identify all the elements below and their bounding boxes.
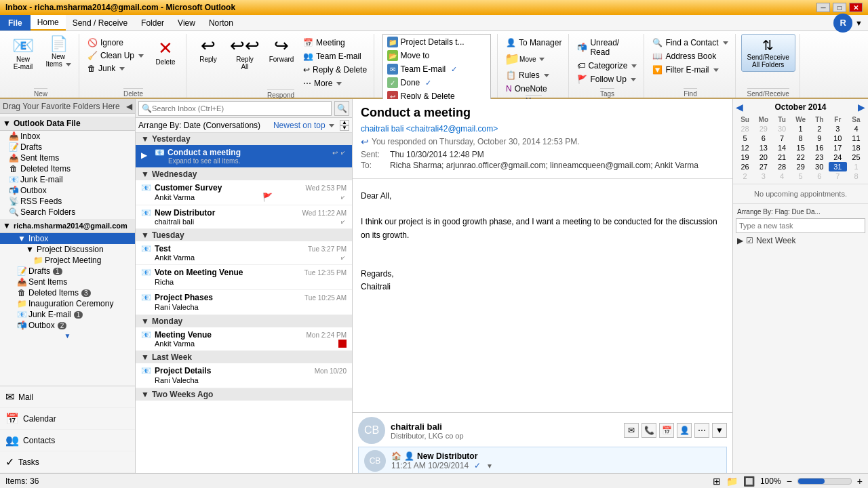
nav-tasks[interactable]: ✓ Tasks	[0, 451, 135, 473]
cal-day[interactable]: 8	[791, 134, 810, 143]
cal-day[interactable]: 10	[829, 134, 847, 143]
window-controls[interactable]: ─ □ ✕	[816, 3, 863, 12]
norton-menu[interactable]: Norton	[202, 15, 240, 30]
zoom-in[interactable]: +	[857, 476, 863, 487]
view-menu[interactable]: View	[171, 15, 202, 30]
message-item-customer-survey[interactable]: 📧 Customer Survey Wed 2:53 PM Ankit Varm…	[136, 180, 352, 205]
folder-drafts-1[interactable]: 📝 Drafts	[0, 142, 135, 152]
find-contact-button[interactable]: 🔍 Find a Contact	[650, 37, 730, 49]
cal-day[interactable]: 27	[754, 162, 772, 171]
status-icon-1[interactable]: ⊞	[713, 476, 721, 487]
delete-button[interactable]: ✕ Delete	[149, 37, 182, 68]
cal-day[interactable]: 20	[754, 152, 772, 162]
cal-day[interactable]: 6	[754, 134, 772, 143]
cal-day[interactable]: 12	[736, 143, 754, 152]
cal-day[interactable]: 3	[829, 124, 847, 134]
reply-button[interactable]: ↩ Reply	[192, 34, 224, 66]
cal-prev-btn[interactable]: ◀	[736, 102, 743, 113]
contact-phone-btn[interactable]: 📞	[642, 423, 656, 438]
folder-project-meeting[interactable]: 📁 Project Meeting	[0, 255, 135, 266]
contact-meeting-btn[interactable]: 📅	[659, 423, 674, 438]
cal-day[interactable]: 11	[847, 134, 865, 143]
close-button[interactable]: ✕	[849, 3, 863, 12]
folder-junk-gmail[interactable]: 📧 Junk E-mail 1	[0, 309, 135, 320]
contact-expand-btn[interactable]: ⋯	[694, 423, 709, 438]
forward-button[interactable]: ↪ Forward	[265, 34, 298, 66]
team-email-button[interactable]: 👥 Team E-mail	[300, 50, 370, 62]
to-manager-button[interactable]: 👤 To Manager	[503, 37, 564, 49]
message-scroll[interactable]: ▼ Yesterday ▶ 📧 Conduct a meeting ↩ 🗸 Ex…	[136, 133, 352, 473]
cal-day[interactable]: 14	[773, 143, 791, 152]
collapse-last-week[interactable]: ▼	[141, 352, 149, 362]
next-week-item[interactable]: ▶ ☑ Next Week	[736, 233, 865, 248]
cal-day[interactable]: 17	[829, 143, 847, 152]
cal-day[interactable]: 25	[847, 152, 865, 162]
collapse-monday[interactable]: ▼	[141, 317, 149, 326]
cal-day[interactable]: 5	[791, 171, 810, 181]
cal-next-btn[interactable]: ▶	[858, 102, 865, 113]
message-item-project-phases[interactable]: 📧 Project Phases Tue 10:25 AM Rani Valec…	[136, 290, 352, 315]
quick-step-team-email[interactable]: ✉ Team E-mail ✓	[384, 63, 489, 75]
cal-day[interactable]: 21	[773, 152, 791, 162]
folder-menu[interactable]: Folder	[134, 15, 171, 30]
meeting-button[interactable]: 📅 Meeting	[300, 37, 370, 49]
contact-email-btn[interactable]: ✉	[624, 423, 639, 438]
zoom-out[interactable]: −	[787, 476, 792, 487]
collapse-tuesday[interactable]: ▼	[141, 230, 149, 240]
folder-sent-gmail[interactable]: 📤 Sent Items	[0, 277, 135, 287]
cal-day[interactable]: 4	[847, 124, 865, 134]
cal-day[interactable]: 7	[829, 171, 847, 181]
folder-project-discussion[interactable]: ▼ Project Discussion	[0, 244, 135, 255]
email-from[interactable]: chaitrali bali <chaitrali42@gmail.com>	[361, 124, 724, 134]
cal-day[interactable]: 13	[754, 143, 772, 152]
quick-step-move-to[interactable]: 📂 Move to	[384, 49, 489, 62]
scroll-down-msg[interactable]: ▼	[340, 125, 349, 131]
cal-day[interactable]: 18	[847, 143, 865, 152]
new-items-button[interactable]: 📄 NewItems	[42, 34, 75, 70]
cal-day[interactable]: 30	[810, 162, 829, 171]
cal-day[interactable]: 30	[773, 124, 791, 134]
filter-email-button[interactable]: 🔽 Filter E-mail	[650, 64, 730, 76]
send-receive-menu[interactable]: Send / Receive	[66, 15, 134, 30]
more-button[interactable]: ⋯ More	[300, 77, 370, 89]
status-icon-3[interactable]: 🔲	[743, 476, 755, 487]
clean-up-button[interactable]: 🧹 Clean Up	[85, 49, 146, 62]
quick-step-project-details[interactable]: 📁 Project Details t...	[384, 36, 489, 48]
maximize-button[interactable]: □	[833, 3, 846, 12]
outlook-data-file-section[interactable]: ▼ Outlook Data File	[0, 117, 135, 131]
cal-day[interactable]: 19	[736, 152, 754, 162]
search-button[interactable]: 🔍	[334, 101, 349, 116]
nav-collapse-btn[interactable]: ◀	[126, 102, 132, 111]
cal-day[interactable]: 2	[810, 124, 829, 134]
file-menu[interactable]: File	[0, 15, 31, 30]
cal-day[interactable]: 16	[810, 143, 829, 152]
cal-day[interactable]: 9	[810, 134, 829, 143]
cal-day[interactable]: 1	[791, 124, 810, 134]
cal-day[interactable]: 28	[773, 162, 791, 171]
collapse-two-weeks[interactable]: ▼	[141, 390, 149, 399]
onenote-button[interactable]: N OneNote	[503, 83, 564, 95]
message-item-conduct-meeting[interactable]: ▶ 📧 Conduct a meeting ↩ 🗸 Expand to see …	[136, 145, 352, 168]
folder-outbox-1[interactable]: 📬 Outbox	[0, 185, 135, 196]
cal-day[interactable]: 23	[810, 152, 829, 162]
new-email-button[interactable]: 📧 NewE-mail	[7, 34, 39, 73]
rules-button[interactable]: 📋 Rules	[503, 69, 564, 81]
cal-day[interactable]: 28	[736, 124, 754, 134]
reply-delete-button[interactable]: ↩ Reply & Delete	[300, 64, 370, 76]
quick-step-done[interactable]: ✓ Done ✓	[384, 77, 489, 89]
collapse-wednesday[interactable]: ▼	[141, 169, 149, 179]
zoom-slider[interactable]	[797, 478, 852, 485]
message-item-meeting-venue[interactable]: 📧 Meeting Venue Mon 2:24 PM Ankit Varma	[136, 327, 352, 351]
reply-all-button[interactable]: ↩↩ ReplyAll	[227, 34, 262, 73]
search-input[interactable]	[152, 104, 328, 113]
cal-day[interactable]: 5	[736, 134, 754, 143]
msg-expand-link[interactable]: Expand to see all items.	[155, 157, 347, 165]
folder-search[interactable]: 🔍 Search Folders	[0, 207, 135, 218]
cal-day[interactable]: 22	[791, 152, 810, 162]
cal-day[interactable]: 26	[736, 162, 754, 171]
gmail-account-section[interactable]: ▼ richa.msharma2014@gmail.com	[0, 219, 135, 233]
cal-day[interactable]: 1	[847, 162, 865, 171]
scroll-down-btn[interactable]: ▼	[0, 331, 135, 341]
cal-day[interactable]: 15	[791, 143, 810, 152]
address-book-button[interactable]: 📖 Address Book	[650, 50, 730, 62]
